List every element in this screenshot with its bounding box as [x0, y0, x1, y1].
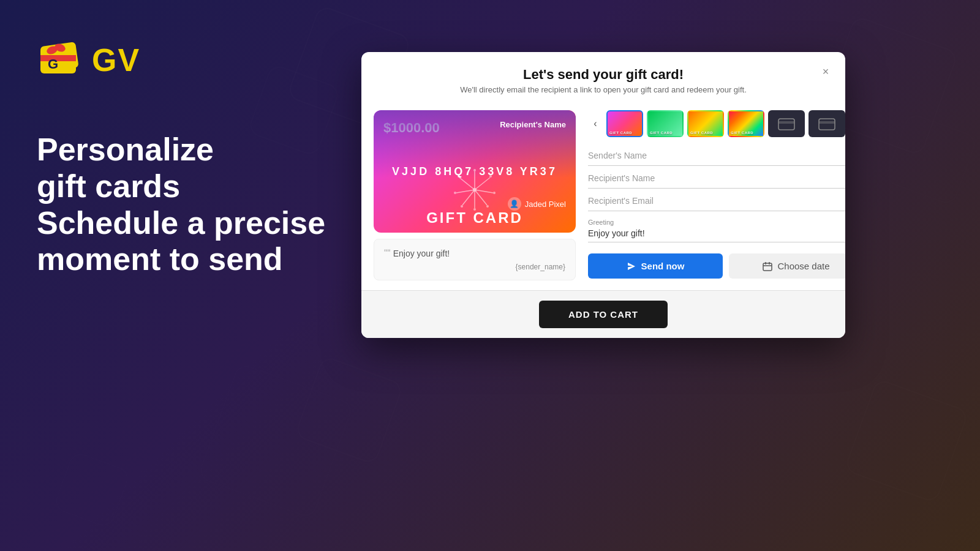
- thumbnail-1[interactable]: GIFT CARD: [606, 110, 643, 137]
- calendar-icon: [763, 261, 772, 271]
- svg-rect-24: [778, 121, 794, 124]
- headline: Personalize gift cards Schedule a precis…: [37, 132, 331, 278]
- headline-line1: Personalize: [37, 132, 214, 167]
- form-area: ‹ GIFT CARD GIFT CARD GIFT CARD GIFT CAR…: [588, 110, 845, 280]
- send-buttons: Send now Choose date: [588, 253, 845, 279]
- svg-rect-23: [778, 119, 794, 130]
- modal-subtitle: We'll directly email the recipient a lin…: [376, 85, 831, 94]
- svg-point-17: [493, 192, 496, 194]
- recipient-name-input[interactable]: [588, 168, 845, 189]
- logo-container: G GV: [37, 37, 331, 83]
- logo-icon: G: [37, 37, 86, 83]
- choose-date-button[interactable]: Choose date: [729, 253, 845, 279]
- svg-text:G: G: [48, 56, 58, 72]
- svg-line-13: [456, 190, 475, 193]
- headline-line4: moment to send: [37, 241, 283, 277]
- headline-line3: Schedule a precise: [37, 205, 325, 241]
- modal-header: Let's send your gift card! We'll directl…: [361, 52, 845, 100]
- modal-title: Let's send your gift card!: [376, 67, 831, 83]
- gift-card-user-name: Jaded Pixel: [525, 200, 566, 209]
- svg-line-10: [475, 190, 487, 205]
- thumbnail-3[interactable]: GIFT CARD: [687, 110, 724, 137]
- gift-card-label: GIFT CARD: [426, 209, 523, 227]
- thumb-prev-button[interactable]: ‹: [588, 116, 603, 131]
- thumbnail-6[interactable]: [809, 110, 845, 137]
- svg-point-18: [486, 205, 489, 208]
- headline-line2: gift cards: [37, 168, 180, 204]
- sender-placeholder: {sender_name}: [384, 263, 565, 271]
- sender-name-input[interactable]: [588, 146, 845, 166]
- svg-point-21: [454, 192, 456, 194]
- card-preview-area: $1000.00 Recipient's Name VJJD 8HQ7 33V8…: [374, 110, 576, 280]
- sender-name-field: [588, 146, 845, 166]
- send-now-button[interactable]: Send now: [588, 253, 723, 279]
- svg-line-9: [475, 190, 493, 193]
- greeting-label: Greeting: [588, 219, 845, 226]
- thumbnail-4[interactable]: GIFT CARD: [728, 110, 764, 137]
- thumbnail-row: ‹ GIFT CARD GIFT CARD GIFT CARD GIFT CAR…: [588, 110, 845, 137]
- recipient-name-field: [588, 168, 845, 189]
- gift-card-recipient-label: Recipient's Name: [500, 120, 566, 129]
- svg-line-8: [475, 178, 490, 190]
- greeting-field: Greeting Enjoy your gift!: [588, 214, 845, 242]
- modal: Let's send your gift card! We'll directl…: [361, 52, 845, 338]
- add-to-cart-button[interactable]: ADD TO CART: [539, 301, 668, 328]
- modal-body: $1000.00 Recipient's Name VJJD 8HQ7 33V8…: [361, 100, 845, 290]
- user-icon: 👤: [508, 197, 521, 211]
- gift-card-code: VJJD 8HQ7 33V8 YR37: [392, 165, 557, 178]
- message-greeting: Enjoy your gift!: [384, 248, 565, 259]
- svg-line-14: [459, 178, 475, 190]
- svg-line-12: [462, 190, 475, 205]
- svg-rect-25: [819, 119, 835, 130]
- thumbnail-2[interactable]: GIFT CARD: [647, 110, 684, 137]
- card-message-preview: Enjoy your gift! {sender_name}: [374, 239, 576, 280]
- gift-card-visual: $1000.00 Recipient's Name VJJD 8HQ7 33V8…: [374, 110, 576, 233]
- left-panel: G GV Personalize gift cards Schedule a p…: [37, 37, 331, 278]
- send-icon: [627, 261, 636, 271]
- thumbnail-5[interactable]: [768, 110, 805, 137]
- recipient-email-field: [588, 191, 845, 211]
- logo-text: GV: [92, 42, 140, 78]
- svg-rect-26: [819, 121, 835, 124]
- modal-footer: ADD TO CART: [361, 290, 845, 338]
- gift-card-user: 👤 Jaded Pixel: [508, 197, 566, 211]
- svg-rect-27: [763, 263, 772, 271]
- close-button[interactable]: ×: [817, 63, 834, 80]
- recipient-email-input[interactable]: [588, 191, 845, 211]
- greeting-value[interactable]: Enjoy your gift!: [588, 226, 845, 242]
- svg-point-20: [461, 205, 463, 208]
